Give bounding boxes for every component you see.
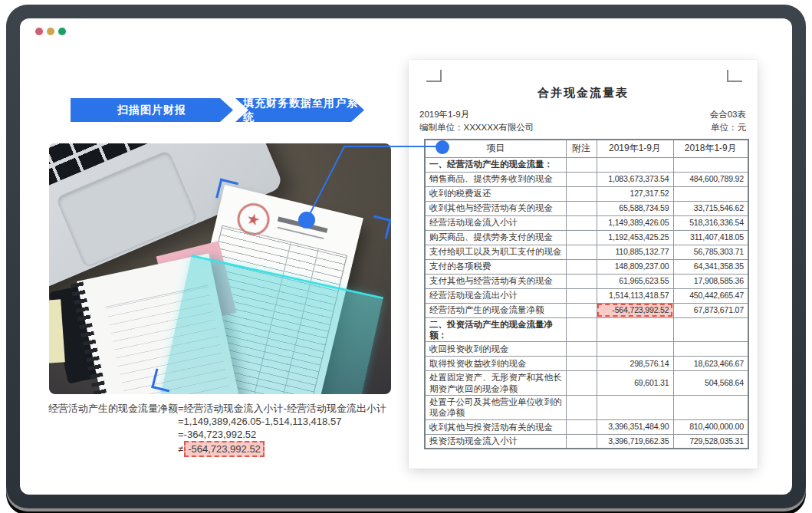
cell-note [566, 245, 597, 259]
cell-2018 [673, 396, 748, 420]
document-title-blur [278, 217, 328, 233]
col-header-2019: 2019年1-9月 [597, 140, 673, 157]
cell-2019: 3,396,351,484.90 [597, 419, 673, 434]
table-row: 购买商品、提供劳务支付的现金1,192,453,425.25311,407,41… [425, 230, 748, 245]
cell-note [566, 342, 597, 357]
cell-2019: 3,396,719,662.35 [597, 434, 673, 449]
cell-2019 [597, 342, 673, 357]
cell-2019: 1,514,113,418.57 [597, 288, 673, 303]
table-row: 一、经营活动产生的现金流量： [425, 157, 748, 172]
table-row: 收到其他与经营活动有关的现金65,588,734.5933,715,546.62 [425, 201, 748, 215]
formula-highlight-value: -564,723,992.52 [184, 441, 265, 457]
cell-2018: 729,528,035.31 [673, 434, 748, 449]
table-row: 经营活动现金流入小计1,149,389,426.05518,316,336.54 [425, 215, 748, 230]
table-row: 支付其他与经营活动有关的现金61,965,623.5517,908,585.36 [425, 274, 748, 288]
report-prepared-by: 编制单位：XXXXXX有限公司 [419, 122, 534, 133]
cell-note [566, 215, 597, 230]
cell-item: 销售商品、提供劳务收到的现金 [425, 172, 566, 186]
cell-2018: 810,400,000.00 [673, 419, 748, 434]
cell-2018 [673, 342, 748, 357]
app-window: 扫描图片财报 填充财务数据至用户系统 ★ [6, 5, 806, 508]
crop-mark-icon [426, 70, 442, 82]
cell-note [566, 303, 597, 317]
table-row: 处置固定资产、无形资产和其他长期资产收回的现金净额69,601.31504,56… [425, 371, 748, 396]
cell-2018: 504,568.64 [673, 371, 748, 396]
table-row: 投资活动现金流入小计3,396,719,662.35729,528,035.31 [425, 434, 748, 449]
cell-2019: 65,588,734.59 [597, 201, 673, 215]
cell-item: 处置子公司及其他营业单位收到的现金净额 [425, 396, 566, 420]
close-button-icon[interactable] [35, 28, 43, 35]
cell-2019: 110,885,132.77 [597, 245, 673, 259]
flow-step-fill[interactable]: 填充财务数据至用户系统 [235, 98, 364, 122]
report-period: 2019年1-9月 [419, 109, 469, 120]
table-row: 处置子公司及其他营业单位收到的现金净额 [425, 396, 748, 420]
cell-2019: 127,317.52 [597, 186, 673, 201]
window-content: 扫描图片财报 填充财务数据至用户系统 ★ [20, 18, 792, 495]
cell-item: 经营活动现金流入小计 [425, 215, 566, 230]
table-row: 销售商品、提供劳务收到的现金1,083,673,373.54484,600,78… [425, 172, 748, 186]
cell-2018 [673, 157, 748, 172]
cell-note [566, 396, 597, 420]
col-header-note: 附注 [566, 140, 597, 157]
table-header-row: 项目 附注 2019年1-9月 2018年1-9月 [425, 140, 748, 157]
table-row: 经营活动产生的现金流量净额-564,723,992.5267,873,671.0… [425, 303, 748, 317]
cell-2018: 56,785,303.71 [673, 245, 748, 259]
table-row: 取得投资收益收到的现金298,576.1418,623,466.67 [425, 357, 748, 371]
report-table-body: 一、经营活动产生的现金流量：销售商品、提供劳务收到的现金1,083,673,37… [425, 157, 748, 449]
table-row: 二、投资活动产生的现金流量净额： [425, 317, 748, 342]
cell-2019: 148,809,237.00 [597, 259, 673, 274]
cell-2018: 518,316,336.54 [673, 215, 748, 230]
cell-note [566, 157, 597, 172]
cell-note [566, 274, 597, 288]
cell-2018: 33,715,546.62 [673, 201, 748, 215]
formula-line-2: =1,149,389,426.05-1,514,113,418.57 [178, 415, 393, 428]
table-row: 支付给职工以及为职工支付的现金110,885,132.7756,785,303.… [425, 245, 748, 259]
cell-2019 [597, 396, 673, 420]
cell-note [566, 288, 597, 303]
cell-2018: 67,873,671.07 [673, 303, 748, 317]
cell-note [566, 357, 597, 371]
formula-line-4: ≠-564,723,992.52 [178, 441, 393, 457]
table-row: 经营活动现金流出小计1,514,113,418.57450,442,665.47 [425, 288, 748, 303]
table-row: 支付的各项税费148,809,237.0064,341,358.35 [425, 259, 748, 274]
cell-note [566, 317, 597, 342]
scan-corner-top-right-icon [369, 215, 391, 238]
titlebar [35, 28, 66, 37]
cell-item: 购买商品、提供劳务支付的现金 [425, 230, 566, 245]
col-header-2018: 2018年1-9月 [673, 140, 748, 157]
cell-2019: -564,723,992.52 [597, 303, 673, 317]
cell-2019: 1,192,453,425.25 [597, 230, 673, 245]
formula-line-3: =-364,723,992.52 [178, 428, 393, 441]
cell-item: 收到其他与经营活动有关的现金 [425, 201, 566, 215]
cell-item: 一、经营活动产生的现金流量： [425, 157, 566, 172]
cell-2019: 1,083,673,373.54 [597, 172, 673, 186]
table-row: 收到的税费返还127,317.52 [425, 186, 748, 201]
cell-item: 取得投资收益收到的现金 [425, 357, 566, 371]
cell-item: 收到其他与投资活动有关的现金 [425, 419, 566, 434]
cell-2018 [673, 317, 748, 342]
cell-2018: 17,908,585.36 [673, 274, 748, 288]
zoom-button-icon[interactable] [58, 28, 66, 35]
flow-step-scan[interactable]: 扫描图片财报 [71, 98, 233, 122]
cell-item: 处置固定资产、无形资产和其他长期资产收回的现金净额 [425, 371, 566, 396]
report-title: 合并现金流量表 [409, 86, 758, 100]
cell-2018: 484,600,789.92 [673, 172, 748, 186]
formula-line-1: 经营活动产生的现金流量净额=经营活动现金流入小计-经营活动现金流出小计 [48, 402, 393, 415]
minimize-button-icon[interactable] [47, 28, 54, 35]
cell-note [566, 172, 597, 186]
cell-2019: 298,576.14 [597, 357, 673, 371]
cell-note [566, 419, 597, 434]
cell-item: 经营活动现金流出小计 [425, 288, 566, 303]
scan-overlay [160, 255, 383, 394]
cell-item: 收到的税费返还 [425, 186, 566, 201]
cell-note [566, 230, 597, 245]
report-sheet-no: 会合03表 [710, 109, 746, 120]
cell-2018: 64,341,358.35 [673, 259, 748, 274]
not-equal-sign: ≠ [178, 443, 183, 455]
report-page: 合并现金流量表 2019年1-9月 会合03表 编制单位：XXXXXX有限公司 … [409, 60, 758, 469]
cell-note [566, 201, 597, 215]
cell-note [566, 434, 597, 449]
cell-item: 支付其他与经营活动有关的现金 [425, 274, 566, 288]
cell-item: 二、投资活动产生的现金流量净额： [425, 317, 566, 342]
cell-2019: 1,149,389,426.05 [597, 215, 673, 230]
